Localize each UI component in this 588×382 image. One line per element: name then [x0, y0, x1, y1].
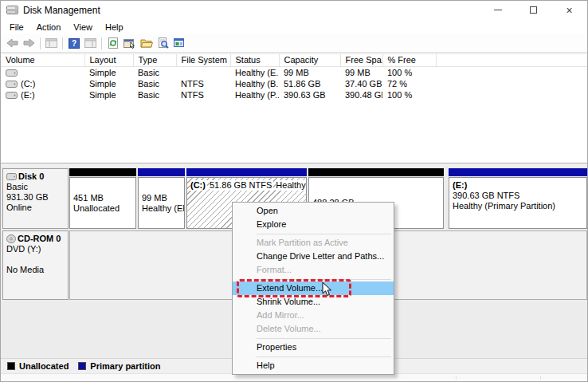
- mouse-cursor-icon: [322, 282, 333, 297]
- column-header-free-space[interactable]: Free Spa...: [340, 54, 382, 67]
- context-menu-item-change-drive-letter[interactable]: Change Drive Letter and Paths...: [233, 250, 394, 263]
- volume-capacity: 390.63 GB: [279, 89, 340, 100]
- back-icon[interactable]: [4, 35, 21, 51]
- disk0-status: Online: [6, 203, 65, 213]
- partition-name: (E:): [453, 180, 583, 191]
- context-menu: Open Explore Mark Partition as Active Ch…: [232, 202, 394, 375]
- volume-icon: [6, 92, 18, 99]
- disk-management-icon: [6, 5, 18, 15]
- menu-separator: [257, 338, 391, 339]
- volume-name: (C:): [21, 79, 35, 89]
- partition-bar: [69, 168, 136, 176]
- maximize-button[interactable]: [515, 1, 551, 19]
- column-header-pct-free[interactable]: % Free: [382, 54, 436, 67]
- volume-type: Basic: [133, 89, 176, 100]
- volume-name: (E:): [21, 90, 35, 100]
- context-menu-item-format: Format...: [233, 263, 394, 277]
- context-menu-item-help[interactable]: Help: [233, 359, 394, 372]
- legend-label: Primary partition: [90, 361, 160, 371]
- column-header-type[interactable]: Type: [133, 54, 176, 67]
- cd-icon: [6, 234, 16, 243]
- table-header-row: Volume Layout Type File System Status Ca…: [1, 54, 588, 67]
- window-title: Disk Management: [23, 5, 100, 16]
- primary-partition-swatch-icon: [78, 362, 86, 370]
- disk0-label[interactable]: Disk 0 Basic 931.30 GB Online: [2, 168, 69, 229]
- toolbar-separator: [40, 37, 41, 49]
- cdrom-media: DVD (Y:): [6, 244, 65, 254]
- show-console-tree-icon[interactable]: [43, 35, 60, 51]
- menu-help[interactable]: Help: [99, 21, 130, 33]
- volume-list-pane: Volume Layout Type File System Status Ca…: [1, 53, 587, 163]
- legend-item-primary-partition: Primary partition: [78, 361, 160, 371]
- disk0-name: Disk 0: [18, 171, 44, 182]
- context-menu-item-properties[interactable]: Properties: [233, 341, 394, 354]
- properties-icon[interactable]: [121, 35, 138, 51]
- partition-bar: [138, 168, 185, 176]
- open-folder-icon[interactable]: [138, 35, 155, 51]
- table-row[interactable]: (C:) Simple Basic NTFS Healthy (B... 51.…: [1, 78, 588, 89]
- menu-view[interactable]: View: [67, 21, 99, 33]
- menu-bar: File Action View Help: [1, 19, 587, 34]
- column-header-volume[interactable]: Volume: [1, 54, 84, 67]
- partition-bar: [449, 168, 587, 176]
- refresh-icon[interactable]: [104, 35, 121, 51]
- toolbar-separator: [101, 37, 102, 49]
- close-button[interactable]: ×: [551, 1, 587, 19]
- minimize-icon: [494, 10, 502, 10]
- partition-size: 451 MB: [73, 193, 132, 203]
- disk0-size: 931.30 GB: [6, 192, 65, 203]
- column-header-filler: [436, 54, 588, 67]
- volume-status: Healthy (E...: [230, 67, 279, 79]
- find-icon[interactable]: [155, 35, 171, 51]
- partition-size: 99 MB: [142, 193, 181, 203]
- menu-action[interactable]: Action: [30, 21, 68, 33]
- legend-label: Unallocated: [19, 361, 69, 371]
- volume-file-system: NTFS: [176, 89, 230, 100]
- menu-file[interactable]: File: [3, 21, 30, 33]
- volume-capacity: 51.86 GB: [279, 78, 340, 89]
- context-menu-item-explore[interactable]: Explore: [233, 218, 394, 231]
- toolbar: ?: [1, 34, 587, 53]
- partition-efi-99mb[interactable]: 99 MB Healthy (EFI: [138, 168, 185, 229]
- minimize-button[interactable]: [480, 1, 515, 19]
- volume-type: Basic: [133, 78, 176, 89]
- context-menu-item-add-mirror: Add Mirror...: [233, 309, 394, 322]
- context-menu-item-extend-volume[interactable]: Extend Volume...: [233, 282, 394, 295]
- context-menu-item-open[interactable]: Open: [233, 204, 394, 218]
- volume-status: Healthy (B...: [230, 78, 279, 89]
- status-divider: [540, 376, 541, 380]
- volume-layout: Simple: [84, 78, 133, 89]
- column-header-status[interactable]: Status: [230, 54, 279, 67]
- menu-separator: [257, 279, 391, 280]
- cdrom-name: CD-ROM 0: [18, 234, 61, 244]
- volume-pct-free: 100 %: [382, 67, 436, 79]
- show-action-pane-icon[interactable]: [82, 35, 99, 51]
- cdrom-label[interactable]: CD-ROM 0 DVD (Y:) No Media: [2, 230, 69, 300]
- unallocated-swatch-icon: [7, 362, 15, 370]
- context-menu-item-delete-volume: Delete Volume...: [233, 322, 394, 336]
- forward-icon[interactable]: [21, 35, 37, 51]
- svg-text:?: ?: [71, 39, 76, 48]
- volume-capacity: 99 MB: [279, 67, 340, 79]
- toolbar-separator: [62, 37, 63, 49]
- column-header-file-system[interactable]: File System: [176, 54, 230, 67]
- partition-status: Healthy (EFI: [142, 203, 181, 214]
- table-row[interactable]: Simple Basic Healthy (E... 99 MB 99 MB 1…: [1, 67, 588, 79]
- column-header-capacity[interactable]: Capacity: [279, 54, 340, 67]
- legend-item-unallocated: Unallocated: [7, 361, 69, 371]
- volume-icon: [6, 69, 18, 77]
- volume-file-system: NTFS: [176, 78, 230, 89]
- partition-unallocated-451mb[interactable]: 451 MB Unallocated: [69, 168, 136, 229]
- help-icon[interactable]: ?: [65, 35, 82, 51]
- volume-free-space: 390.48 GB: [340, 89, 382, 100]
- partition-size: 51.86 GB NTFS: [210, 180, 273, 191]
- partition-status: Healthy (Bo: [276, 180, 307, 191]
- table-row[interactable]: (E:) Simple Basic NTFS Healthy (P... 390…: [1, 89, 588, 100]
- volume-free-space: 99 MB: [340, 67, 382, 79]
- volume-file-system: [176, 67, 230, 79]
- settings-icon[interactable]: [171, 35, 188, 51]
- cdrom-status: No Media: [6, 265, 65, 275]
- partition-e-drive[interactable]: (E:) 390.63 GB NTFS Healthy (Primary Par…: [449, 168, 587, 229]
- context-menu-item-shrink-volume[interactable]: Shrink Volume...: [233, 295, 394, 309]
- column-header-layout[interactable]: Layout: [84, 54, 133, 67]
